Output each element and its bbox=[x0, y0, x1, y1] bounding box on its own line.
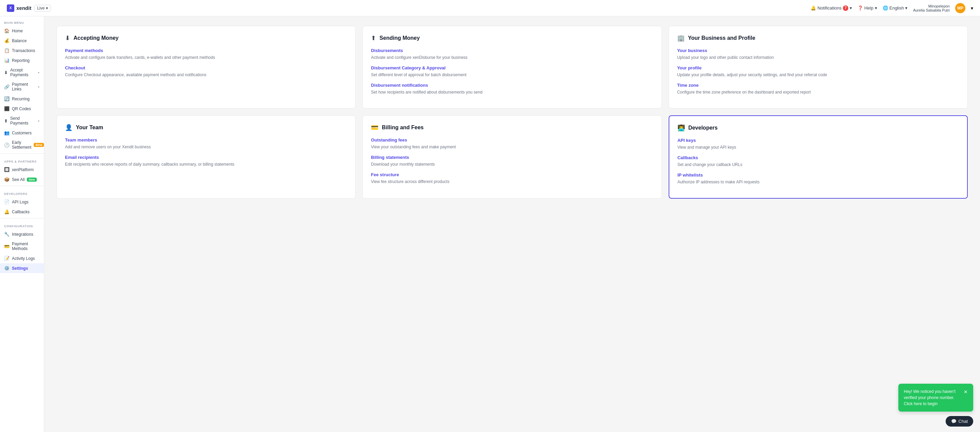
sidebar-item-xenplatform[interactable]: 🔲 xenPlatform bbox=[0, 165, 44, 175]
sidebar-item-label: Settings bbox=[12, 266, 28, 271]
sidebar-item-see-all[interactable]: 📦 See All New bbox=[0, 175, 44, 184]
card-link-desc: Add and remove users on your Xendit busi… bbox=[65, 144, 347, 150]
card-link[interactable]: Disbursement notifications bbox=[371, 83, 653, 88]
card-link-desc: Authorize IP addresses to make API reque… bbox=[678, 179, 959, 185]
sidebar-dev-label: DEVELOPERS bbox=[0, 187, 44, 197]
card-icon: 💳 bbox=[371, 124, 379, 131]
card-link[interactable]: Team members bbox=[65, 137, 347, 143]
toast-close-button[interactable]: ✕ bbox=[964, 389, 968, 395]
card-header: 💳 Billing and Fees bbox=[371, 124, 653, 131]
sidebar-item-payment-methods[interactable]: 💳 Payment Methods bbox=[0, 239, 44, 253]
sidebar-item-transactions[interactable]: 📋 Transactions bbox=[0, 46, 44, 56]
payment-links-icon: 🔗 bbox=[4, 84, 10, 89]
sidebar-item-label: Home bbox=[12, 29, 23, 33]
chat-label: Chat bbox=[959, 419, 968, 424]
card-link[interactable]: Callbacks bbox=[678, 155, 959, 160]
chevron-down-icon: ▾ bbox=[875, 5, 877, 11]
sidebar-item-reporting[interactable]: 📊 Reporting bbox=[0, 56, 44, 65]
chevron-right-icon: ▸ bbox=[38, 119, 40, 122]
sidebar-item-recurring[interactable]: 🔄 Recurring bbox=[0, 94, 44, 104]
sidebar-item-label: Accept Payments bbox=[10, 68, 36, 77]
toast-notification[interactable]: Hey! We noticed you haven't verified you… bbox=[898, 384, 973, 411]
sidebar-item-label: Balance bbox=[12, 38, 27, 43]
sidebar-item-accept-payments[interactable]: ⬇ Accept Payments ▸ bbox=[0, 65, 44, 79]
logo-text: xendit bbox=[16, 5, 31, 11]
chevron-down-icon: ▾ bbox=[905, 5, 907, 11]
card-sending-money: ⬆ Sending Money Disbursements Activate a… bbox=[363, 26, 662, 108]
card-link[interactable]: Email recipients bbox=[65, 155, 347, 160]
card-link-desc: Activate and configure xenDisburse for y… bbox=[371, 54, 653, 60]
sidebar-item-activity-logs[interactable]: 📝 Activity Logs bbox=[0, 253, 44, 263]
sidebar-item-payment-links[interactable]: 🔗 Payment Links ▸ bbox=[0, 79, 44, 94]
card-header: ⬇ Accepting Money bbox=[65, 34, 347, 42]
settings-icon: ⚙️ bbox=[4, 266, 10, 271]
card-link-desc: View and manage your API keys bbox=[678, 144, 959, 150]
sidebar-item-send-payments[interactable]: ⬆ Send Payments ▸ bbox=[0, 114, 44, 128]
sidebar-item-settings[interactable]: ⚙️ Settings bbox=[0, 263, 44, 273]
sidebar-item-label: Integrations bbox=[12, 232, 33, 237]
card-icon: ⬆ bbox=[371, 34, 376, 42]
sidebar-item-api-logs[interactable]: 📄 API Logs bbox=[0, 197, 44, 207]
card-link[interactable]: Your business bbox=[677, 48, 959, 53]
sidebar-item-integrations[interactable]: 🔧 Integrations bbox=[0, 229, 44, 239]
avatar[interactable]: MP bbox=[955, 3, 966, 13]
card-link[interactable]: Payment methods bbox=[65, 48, 347, 53]
sidebar-item-label: Recurring bbox=[12, 97, 30, 102]
card-accepting-money: ⬇ Accepting Money Payment methods Activa… bbox=[56, 26, 356, 108]
help-button[interactable]: ❓ Help ▾ bbox=[858, 5, 877, 11]
chevron-right-icon: ▸ bbox=[38, 71, 40, 74]
card-link-desc: Edit recipients who receive reports of d… bbox=[65, 161, 347, 167]
card-link[interactable]: Outstanding fees bbox=[371, 137, 653, 143]
language-selector[interactable]: 🌐 English ▾ bbox=[883, 5, 908, 11]
sidebar-apps-label: APPS & PARTNERS bbox=[0, 155, 44, 165]
sidebar-item-label: xenPlatform bbox=[12, 167, 34, 172]
card-header: 👨‍💻 Developers bbox=[678, 124, 959, 132]
chevron-right-icon: ▸ bbox=[38, 85, 40, 89]
card-link[interactable]: Disbursements bbox=[371, 48, 653, 53]
card-link[interactable]: API keys bbox=[678, 138, 959, 143]
card-title: Developers bbox=[688, 125, 718, 131]
accept-payments-icon: ⬇ bbox=[4, 70, 8, 75]
sidebar-item-balance[interactable]: 💰 Balance bbox=[0, 36, 44, 46]
card-link[interactable]: IP whitelists bbox=[678, 173, 959, 178]
sidebar-item-callbacks[interactable]: 🔔 Callbacks bbox=[0, 207, 44, 217]
card-header: 👤 Your Team bbox=[65, 124, 347, 131]
card-developers: 👨‍💻 Developers API keys View and manage … bbox=[669, 115, 968, 199]
main-layout: MAIN MENU 🏠 Home 💰 Balance 📋 Transaction… bbox=[0, 16, 980, 432]
card-link-desc: Set and change your callback URLs bbox=[678, 162, 959, 168]
topnav-right: 🔔 Notifications 7 ▾ ❓ Help ▾ 🌐 English ▾… bbox=[811, 3, 973, 13]
sidebar-item-early-settlement[interactable]: 🕐 Early Settlement Beta bbox=[0, 138, 44, 152]
card-title: Your Business and Profile bbox=[688, 35, 756, 41]
card-header: ⬆ Sending Money bbox=[371, 34, 653, 42]
notifications-badge: 7 bbox=[843, 5, 848, 11]
card-link[interactable]: Time zone bbox=[677, 83, 959, 88]
customers-icon: 👥 bbox=[4, 130, 10, 135]
notifications-button[interactable]: 🔔 Notifications 7 ▾ bbox=[811, 5, 852, 11]
early-settlement-icon: 🕐 bbox=[4, 143, 10, 148]
sidebar-item-qr-codes[interactable]: ⬛ QR Codes bbox=[0, 104, 44, 114]
sidebar-main-label: MAIN MENU bbox=[0, 16, 44, 26]
chat-button[interactable]: 💬 Chat bbox=[946, 416, 973, 427]
chevron-down-icon: ▾ bbox=[46, 6, 48, 11]
bell-icon: 🔔 bbox=[811, 5, 816, 11]
env-badge[interactable]: Live ▾ bbox=[34, 5, 51, 11]
sidebar-item-customers[interactable]: 👥 Customers bbox=[0, 128, 44, 138]
card-link[interactable]: Checkout bbox=[65, 65, 347, 70]
logo[interactable]: X xendit bbox=[7, 5, 31, 12]
sidebar-item-home[interactable]: 🏠 Home bbox=[0, 26, 44, 36]
toast-message: Hey! We noticed you haven't verified you… bbox=[904, 389, 961, 407]
help-icon: ❓ bbox=[858, 5, 863, 11]
sidebar-item-label: Send Payments bbox=[10, 116, 36, 125]
transactions-icon: 📋 bbox=[4, 48, 10, 53]
card-link[interactable]: Your profile bbox=[677, 65, 959, 70]
card-header: 🏢 Your Business and Profile bbox=[677, 34, 959, 42]
card-link[interactable]: Fee structure bbox=[371, 172, 653, 177]
home-icon: 🏠 bbox=[4, 28, 10, 33]
user-info: Minopelepon Aurelia Salsabila Putri bbox=[913, 4, 950, 12]
card-link[interactable]: Disbursement Category & Approval bbox=[371, 65, 653, 70]
card-title: Billing and Fees bbox=[382, 124, 424, 130]
card-link[interactable]: Billing statements bbox=[371, 155, 653, 160]
top-navigation: X xendit Live ▾ 🔔 Notifications 7 ▾ ❓ He… bbox=[0, 0, 980, 16]
sidebar-item-label: Callbacks bbox=[12, 210, 30, 214]
sidebar-item-label: API Logs bbox=[12, 200, 29, 205]
